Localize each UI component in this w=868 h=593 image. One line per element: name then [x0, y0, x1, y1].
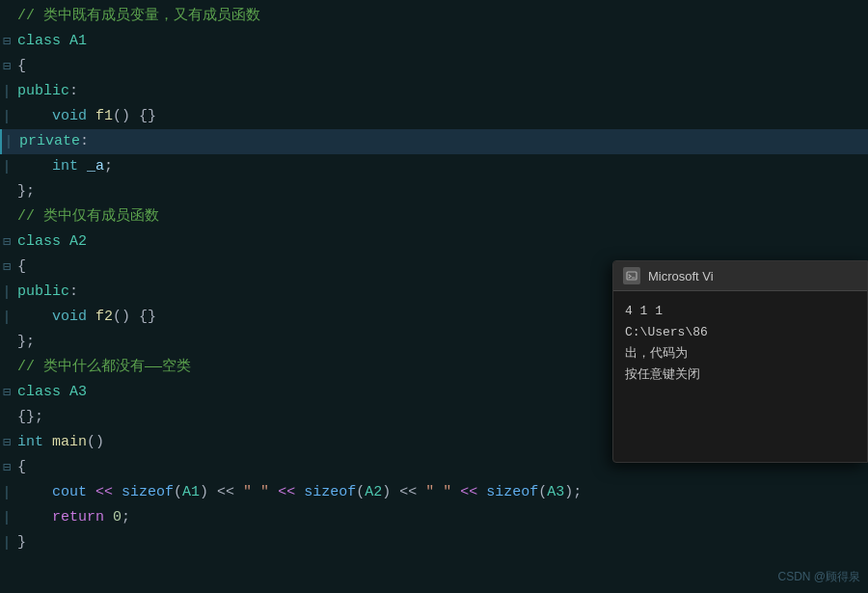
code-line: | cout << sizeof(A1) << " " << sizeof(A2…	[0, 480, 868, 505]
token-string-lit: " "	[425, 484, 451, 500]
terminal-icon	[623, 267, 640, 284]
line-content: };	[17, 179, 860, 204]
token-class-name: A3	[69, 384, 87, 400]
terminal-output-line: 按任意键关闭	[625, 364, 855, 386]
token-kw-pub: public	[17, 283, 69, 300]
line-content: return 0;	[17, 505, 860, 530]
token-punct: (	[538, 484, 547, 500]
token-punct: :	[69, 83, 78, 99]
token-punct: };	[17, 183, 35, 200]
token-kw-class: class	[17, 233, 69, 250]
line-gutter: |	[0, 104, 14, 129]
code-line: ⊟class A1	[0, 29, 868, 54]
token-plain	[17, 484, 52, 500]
token-punct: {};	[17, 409, 43, 425]
token-punct: (	[356, 484, 365, 500]
code-line: // 类中仅有成员函数	[0, 204, 868, 229]
token-punct: :	[69, 283, 78, 300]
token-class-name: A2	[69, 233, 87, 250]
terminal-title: Microsoft Vi	[648, 269, 714, 283]
token-punct: );	[564, 484, 582, 500]
token-var-name: _a	[87, 158, 104, 175]
terminal-body: 4 1 1C:\Users\86出，代码为按任意键关闭	[613, 291, 867, 395]
line-gutter: ⊟	[0, 430, 14, 455]
code-editor: // 类中既有成员变量，又有成员函数⊟class A1⊟{|public:| v…	[0, 0, 868, 593]
line-gutter: |	[0, 154, 14, 179]
token-punct: ) <<	[382, 484, 425, 500]
token-punct: }	[17, 534, 26, 551]
line-gutter: ⊟	[0, 29, 14, 54]
line-content: private:	[19, 129, 860, 154]
token-punct: {	[17, 58, 26, 74]
line-content: }	[17, 530, 860, 555]
line-content: {	[17, 54, 860, 79]
token-kw-cout: cout	[52, 484, 87, 500]
token-punct: (	[174, 484, 182, 500]
token-operator: <<	[269, 484, 304, 500]
token-plain	[17, 509, 52, 526]
line-gutter: |	[0, 505, 14, 530]
token-kw-sizeof: sizeof	[304, 484, 356, 500]
code-line: |private:	[0, 129, 868, 154]
watermark: CSDN @顾得泉	[777, 569, 860, 585]
line-content: class A2	[17, 229, 860, 255]
token-kw-sizeof: sizeof	[486, 484, 538, 500]
token-punct: ) <<	[200, 484, 243, 500]
terminal-output-line: 出，代码为	[625, 343, 855, 364]
token-num: 0	[113, 509, 122, 526]
line-gutter: |	[0, 79, 14, 104]
token-punct: };	[17, 334, 35, 350]
token-fn-name: f2	[95, 309, 113, 325]
token-class-name: A3	[547, 484, 564, 500]
token-punct: () {}	[113, 309, 156, 325]
token-kw-int: int	[17, 434, 52, 450]
line-content: class A1	[17, 29, 860, 54]
token-class-name: A1	[182, 484, 200, 500]
code-line: };	[0, 179, 868, 204]
line-gutter: |	[0, 480, 14, 505]
token-punct: :	[80, 133, 89, 149]
line-gutter: ⊟	[0, 54, 14, 79]
token-comment: // 类中仅有成员函数	[17, 208, 159, 225]
token-kw-class: class	[17, 384, 69, 400]
code-line: ⊟{	[0, 54, 868, 79]
token-kw-class: class	[17, 33, 69, 49]
token-comment: // 类中什么都没有——空类	[17, 359, 191, 375]
token-punct: {	[17, 459, 26, 475]
line-gutter: |	[0, 280, 14, 305]
line-content: // 类中既有成员变量，又有成员函数	[17, 4, 860, 29]
code-line: ⊟class A2	[0, 229, 868, 255]
line-gutter: |	[0, 305, 14, 330]
code-line: | void f1() {}	[0, 104, 868, 129]
token-punct: () {}	[113, 108, 156, 124]
terminal-popup: Microsoft Vi 4 1 1C:\Users\86出，代码为按任意键关闭	[612, 260, 868, 463]
line-content: public:	[17, 79, 860, 104]
token-kw-sizeof: sizeof	[122, 484, 174, 500]
token-punct: ;	[104, 158, 113, 175]
line-gutter: ⊟	[0, 455, 14, 480]
token-kw-int: int	[52, 158, 87, 175]
line-gutter: |	[0, 530, 14, 555]
line-gutter: ⊟	[0, 380, 14, 405]
token-class-name: A2	[365, 484, 382, 500]
token-plain	[17, 158, 52, 175]
line-content: // 类中仅有成员函数	[17, 204, 860, 229]
line-gutter: ⊟	[0, 255, 14, 280]
token-punct: ()	[87, 434, 104, 450]
code-line: |public:	[0, 79, 868, 104]
token-punct: {	[17, 258, 26, 275]
token-kw-return: return	[52, 509, 113, 526]
terminal-output-line: 4 1 1	[625, 301, 855, 322]
line-content: cout << sizeof(A1) << " " << sizeof(A2) …	[17, 480, 860, 505]
line-gutter: |	[2, 129, 15, 154]
line-gutter: ⊟	[0, 229, 14, 255]
svg-rect-0	[627, 272, 637, 280]
token-fn-name: f1	[95, 108, 113, 124]
token-class-name: A1	[69, 33, 87, 49]
token-kw-pub: public	[17, 83, 69, 99]
terminal-output-line: C:\Users\86	[625, 322, 855, 343]
token-fn-name: main	[52, 434, 87, 450]
token-kw-void: void	[17, 309, 95, 325]
token-kw-priv: private	[19, 133, 80, 149]
line-content: void f1() {}	[17, 104, 860, 129]
